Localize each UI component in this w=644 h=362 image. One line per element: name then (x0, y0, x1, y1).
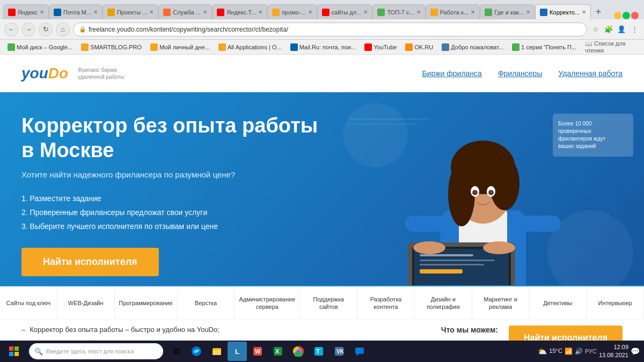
category-item[interactable]: Поддержка сайтов (300, 286, 357, 320)
back-button[interactable]: ← (4, 23, 18, 36)
tab-close-icon[interactable]: ✕ (149, 9, 153, 15)
browser-tab-1[interactable]: Яндекс✕ (3, 4, 49, 19)
reload-button[interactable]: ↻ (39, 23, 53, 36)
bookmarks-reading-list[interactable]: 📖 Список для чтения (582, 40, 640, 55)
hero-step: 1. Разместите задание (21, 194, 333, 203)
profile-icon[interactable]: 👤 (616, 24, 627, 35)
search-icon: 🔍 (34, 348, 43, 356)
bookmark-label: Мой диск – Google... (17, 44, 72, 50)
tab-favicon (272, 9, 280, 16)
hero-subtitle: Хотите найти надежного фрилансера по раз… (21, 170, 333, 179)
tab-close-icon[interactable]: ✕ (416, 9, 421, 15)
tab-label: Яндекс.Т... (226, 9, 256, 16)
bookmark-item[interactable]: Mail.Ru: почта, пои... (287, 42, 360, 52)
address-box[interactable]: 🔒 freelance.youdo.com/kontent/copywritin… (73, 23, 587, 36)
hero-cta-button[interactable]: Найти исполнителя (21, 248, 159, 276)
close-button[interactable] (631, 12, 639, 19)
task-view-icon[interactable]: ⧉ (166, 342, 186, 361)
start-button[interactable] (2, 342, 26, 361)
chrome-icon[interactable] (289, 342, 308, 361)
category-item[interactable]: WEB-Дизайн (57, 286, 115, 320)
svg-rect-23 (420, 264, 484, 265)
svg-text:VK: VK (336, 349, 345, 354)
nav-link-фрилансеры[interactable]: Фрилансеры (498, 69, 543, 78)
nav-link-биржи-фриланса[interactable]: Биржи фриланса (422, 69, 481, 78)
tab-label: сайты дл... (332, 9, 362, 16)
bookmark-favicon (512, 43, 519, 51)
app-icon-2[interactable]: W (248, 342, 267, 361)
browser-tab-2[interactable]: Почта M...✕ (49, 4, 103, 19)
app-icon-1[interactable]: L (228, 342, 247, 361)
menu-icon[interactable]: ⋮ (629, 24, 640, 35)
category-item[interactable]: Верстка (178, 286, 235, 320)
point-text: Корректор без опыта работы – быстро и уд… (30, 326, 219, 334)
bookmark-item[interactable]: Мой диск – Google... (4, 42, 76, 52)
page-content: you Do Фриланс биржа удаленной работы Би… (0, 55, 644, 358)
tab-close-icon[interactable]: ✕ (582, 9, 586, 15)
category-item[interactable]: Программирование (115, 286, 178, 320)
tab-close-icon[interactable]: ✕ (40, 9, 44, 15)
category-item[interactable]: Сайты под ключ (0, 286, 57, 320)
search-box[interactable]: 🔍 Введите здесь текст для поиска (29, 343, 163, 359)
hero-step: 3. Выберите лучшего исполнителя по отзыв… (21, 222, 333, 231)
bookmark-item[interactable]: 1 серия "Понять П... (509, 42, 580, 52)
tab-close-icon[interactable]: ✕ (258, 9, 262, 15)
bookmark-favicon (290, 43, 298, 51)
category-item[interactable]: Маркетинг и реклама (472, 286, 530, 320)
tab-close-icon[interactable]: ✕ (308, 9, 312, 15)
messenger-icon[interactable] (350, 342, 369, 361)
bookmark-item[interactable]: YouTube (361, 42, 400, 52)
extension-icon[interactable]: 🧩 (603, 24, 614, 35)
svg-point-14 (488, 190, 494, 195)
app-icon-3[interactable]: X (268, 342, 288, 361)
maximize-button[interactable] (623, 12, 630, 19)
bookmark-label: YouTube (374, 44, 397, 50)
temp-display: 15°C (549, 347, 562, 355)
forward-button[interactable]: → (21, 23, 35, 36)
bookmark-item[interactable]: Мой личный дне... (147, 42, 213, 52)
bookmark-item[interactable]: OK.RU (402, 42, 436, 52)
app-icon-5[interactable]: VK (330, 342, 349, 361)
bookmark-star-icon[interactable]: ☆ (590, 24, 601, 35)
browser-tab-11[interactable]: Корректо...✕ (535, 4, 591, 19)
bookmark-label: Mail.Ru: почта, пои... (299, 44, 356, 50)
category-bar: Сайты под ключWEB-ДизайнПрограммирование… (0, 285, 644, 320)
browser-tab-10[interactable]: Где и как...✕ (480, 4, 535, 19)
files-icon[interactable] (207, 342, 226, 361)
clock-display: 12:09 13.08.2021 (599, 343, 628, 360)
bottom-point: –Корректор без опыта работы – быстро и у… (21, 326, 430, 334)
app-icon-4[interactable]: T (309, 342, 328, 361)
taskbar: 🔍 Введите здесь текст для поиска ⧉ L W X… (0, 341, 644, 362)
browser-tab-9[interactable]: Работа к...✕ (426, 4, 480, 19)
tab-close-icon[interactable]: ✕ (363, 9, 368, 15)
tab-close-icon[interactable]: ✕ (203, 9, 207, 15)
tab-close-icon[interactable]: ✕ (93, 9, 98, 15)
minimize-button[interactable] (614, 12, 621, 19)
bookmark-item[interactable]: All Applications | О... (215, 42, 285, 52)
category-item[interactable]: Разработка контента (357, 286, 415, 320)
category-item[interactable]: Детективы (529, 286, 587, 320)
browser-tab-3[interactable]: Проекты ...✕ (103, 4, 158, 19)
browser-tab-6[interactable]: промо-...✕ (267, 4, 317, 19)
browser-tab-8[interactable]: ТОП-7 с...✕ (372, 4, 425, 19)
bookmark-item[interactable]: SMARTBLOG.PRO (78, 42, 145, 52)
notification-icon[interactable]: 💬 (631, 347, 640, 356)
bookmark-item[interactable]: Добро пожаловат... (438, 42, 507, 52)
nav-link-удаленная-работа[interactable]: Удаленная работа (558, 69, 623, 78)
svg-rect-34 (9, 352, 13, 356)
browser-tab-4[interactable]: Служба ...✕ (158, 4, 212, 19)
sound-icon: 🔊 (575, 348, 583, 355)
category-item[interactable]: Интервьюер (587, 286, 644, 320)
home-button[interactable]: ⌂ (56, 23, 70, 36)
tab-favicon (54, 9, 61, 16)
category-item[interactable]: Администрирование сервера (235, 286, 300, 320)
tab-close-icon[interactable]: ✕ (526, 9, 530, 15)
tab-label: ТОП-7 с... (387, 9, 414, 16)
new-tab-button[interactable]: + (591, 4, 606, 19)
tab-label: Работа к... (440, 9, 469, 16)
browser-tab-5[interactable]: Яндекс.Т...✕ (212, 4, 267, 19)
edge-icon[interactable] (187, 342, 206, 361)
category-item[interactable]: Дизайн и полиграфия (415, 286, 472, 320)
tab-close-icon[interactable]: ✕ (471, 9, 475, 15)
browser-tab-7[interactable]: сайты дл...✕ (317, 4, 373, 19)
